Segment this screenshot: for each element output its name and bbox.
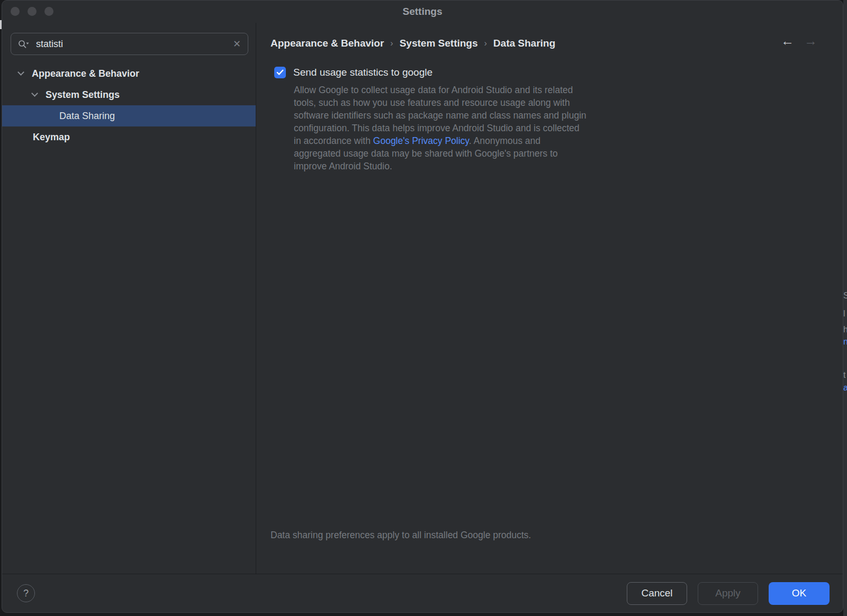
clipped-text-fragment: l xyxy=(843,309,845,319)
cancel-button[interactable]: Cancel xyxy=(627,582,687,605)
zoom-window-button[interactable] xyxy=(44,7,53,16)
ok-button[interactable]: OK xyxy=(769,582,830,605)
tree-item-label: System Settings xyxy=(46,89,120,101)
tree-item-keymap[interactable]: Keymap xyxy=(2,126,256,148)
option-description: Allow Google to collect usage data for A… xyxy=(294,84,843,173)
dialog-buttons: Cancel Apply OK xyxy=(627,582,830,605)
settings-dialog: Settings ✕ Appearance & Behavior xyxy=(2,0,843,613)
settings-content-panel: Appearance & Behavior › System Settings … xyxy=(256,23,843,574)
back-arrow-icon[interactable]: ← xyxy=(781,34,794,48)
clipped-text-fragment: h xyxy=(843,325,847,334)
tree-item-label: Keymap xyxy=(33,132,70,143)
settings-sidebar: ✕ Appearance & Behavior System Settings … xyxy=(2,23,256,574)
search-input[interactable] xyxy=(35,38,233,50)
description-text: in accordance with xyxy=(294,135,373,146)
window-controls xyxy=(11,7,53,16)
background-window-sliver: S l h n t a xyxy=(843,0,847,616)
chevron-down-icon[interactable] xyxy=(31,90,38,97)
breadcrumb-item-appearance-behavior[interactable]: Appearance & Behavior xyxy=(271,38,384,49)
tree-item-appearance-behavior[interactable]: Appearance & Behavior xyxy=(2,63,256,84)
description-line: Allow Google to collect usage data for A… xyxy=(294,84,843,96)
dialog-body: ✕ Appearance & Behavior System Settings … xyxy=(2,23,843,574)
forward-arrow-icon: → xyxy=(804,34,817,48)
send-usage-statistics-option[interactable]: Send usage statistics to google xyxy=(274,67,843,78)
question-mark-icon: ? xyxy=(23,588,29,599)
clipped-text-fragment: t xyxy=(843,370,845,380)
breadcrumb-item-system-settings[interactable]: System Settings xyxy=(400,38,478,49)
settings-search-box[interactable]: ✕ xyxy=(11,33,248,55)
minimize-window-button[interactable] xyxy=(28,7,37,16)
help-button[interactable]: ? xyxy=(17,584,35,602)
breadcrumb: Appearance & Behavior › System Settings … xyxy=(271,38,843,49)
apply-button: Apply xyxy=(698,582,758,605)
chevron-down-icon[interactable] xyxy=(17,69,24,76)
send-usage-statistics-label: Send usage statistics to google xyxy=(293,67,432,78)
settings-tree: Appearance & Behavior System Settings Da… xyxy=(2,63,256,148)
clipped-link-fragment: n xyxy=(843,337,847,347)
tree-item-label: Appearance & Behavior xyxy=(32,68,139,79)
send-usage-statistics-checkbox[interactable] xyxy=(274,67,286,78)
history-navigation: ← → xyxy=(781,34,817,48)
close-window-button[interactable] xyxy=(11,7,20,16)
data-sharing-footnote: Data sharing preferences apply to all in… xyxy=(271,530,843,541)
breadcrumb-separator-icon: › xyxy=(390,39,393,48)
tree-item-system-settings[interactable]: System Settings xyxy=(2,84,256,105)
description-line: aggregated usage data may be shared with… xyxy=(294,147,843,160)
clipped-text-fragment: S xyxy=(843,291,847,301)
description-line: software identifiers such as package nam… xyxy=(294,109,843,122)
checkmark-icon xyxy=(276,69,284,76)
privacy-policy-link[interactable]: Google's Privacy Policy xyxy=(373,135,469,146)
window-title: Settings xyxy=(403,6,443,17)
clear-search-icon[interactable]: ✕ xyxy=(233,39,241,49)
description-line: tools, such as how you use features and … xyxy=(294,96,843,109)
clipped-link-fragment: a xyxy=(843,383,847,393)
dialog-footer: ? Cancel Apply OK xyxy=(2,574,843,612)
description-line: configuration. This data helps improve A… xyxy=(294,122,843,134)
search-icon xyxy=(18,40,30,49)
tree-item-label: Data Sharing xyxy=(59,111,115,122)
breadcrumb-separator-icon: › xyxy=(484,39,487,48)
breadcrumb-item-data-sharing[interactable]: Data Sharing xyxy=(493,38,555,49)
description-line: improve Android Studio. xyxy=(294,160,843,173)
title-bar: Settings xyxy=(2,1,843,23)
description-line: in accordance with Google's Privacy Poli… xyxy=(294,134,843,147)
description-text: . Anonymous and xyxy=(469,135,540,146)
tree-item-data-sharing[interactable]: Data Sharing xyxy=(2,105,256,126)
